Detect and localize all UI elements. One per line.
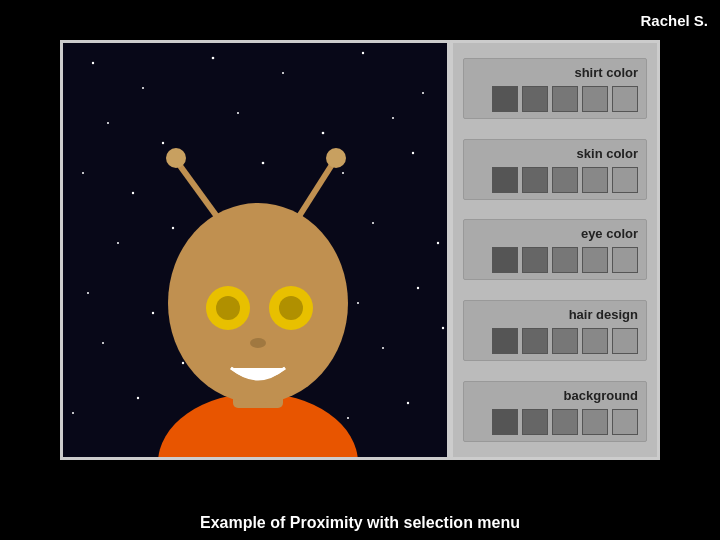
svg-point-16 (342, 172, 344, 174)
caption: Example of Proximity with selection menu (0, 514, 720, 532)
svg-point-41 (407, 402, 409, 404)
swatch-skin-color-1[interactable] (522, 167, 548, 193)
svg-point-25 (152, 312, 154, 314)
swatch-background-2[interactable] (552, 409, 578, 435)
swatch-background-1[interactable] (522, 409, 548, 435)
svg-point-9 (237, 112, 239, 114)
svg-point-53 (250, 338, 266, 348)
svg-point-35 (442, 327, 444, 329)
svg-point-37 (137, 397, 139, 399)
svg-point-17 (412, 152, 414, 154)
swatch-background-3[interactable] (582, 409, 608, 435)
swatch-shirt-color-4[interactable] (612, 86, 638, 112)
swatch-row-shirt-color (472, 86, 638, 112)
swatch-eye-color-0[interactable] (492, 247, 518, 273)
swatch-shirt-color-1[interactable] (522, 86, 548, 112)
svg-point-29 (417, 287, 419, 289)
swatch-row-eye-color (472, 247, 638, 273)
menu-section-label-hair-design: hair design (472, 307, 638, 322)
menu-section-shirt-color: shirt color (463, 58, 647, 119)
menu-section-label-eye-color: eye color (472, 226, 638, 241)
svg-point-28 (357, 302, 359, 304)
menu-section-label-shirt-color: shirt color (472, 65, 638, 80)
swatch-hair-design-4[interactable] (612, 328, 638, 354)
swatch-skin-color-2[interactable] (552, 167, 578, 193)
svg-point-50 (216, 296, 240, 320)
menu-section-skin-color: skin color (463, 139, 647, 200)
swatch-eye-color-1[interactable] (522, 247, 548, 273)
swatch-skin-color-0[interactable] (492, 167, 518, 193)
swatch-background-0[interactable] (492, 409, 518, 435)
swatch-shirt-color-2[interactable] (552, 86, 578, 112)
menu-section-label-skin-color: skin color (472, 146, 638, 161)
swatch-hair-design-3[interactable] (582, 328, 608, 354)
swatch-hair-design-1[interactable] (522, 328, 548, 354)
swatch-row-skin-color (472, 167, 638, 193)
svg-point-36 (72, 412, 74, 414)
svg-point-19 (172, 227, 174, 229)
menu-section-label-background: background (472, 388, 638, 403)
svg-point-34 (382, 347, 384, 349)
svg-point-48 (326, 148, 346, 168)
swatch-shirt-color-3[interactable] (582, 86, 608, 112)
svg-point-7 (107, 122, 109, 124)
svg-point-11 (392, 117, 394, 119)
svg-point-18 (117, 242, 119, 244)
swatch-skin-color-3[interactable] (582, 167, 608, 193)
swatch-background-4[interactable] (612, 409, 638, 435)
swatch-shirt-color-0[interactable] (492, 86, 518, 112)
svg-point-23 (437, 242, 439, 244)
swatch-hair-design-0[interactable] (492, 328, 518, 354)
svg-point-31 (182, 362, 184, 364)
swatch-row-background (472, 409, 638, 435)
svg-point-4 (282, 72, 284, 74)
svg-point-24 (87, 292, 89, 294)
svg-point-10 (322, 132, 325, 135)
swatch-row-hair-design (472, 328, 638, 354)
swatch-eye-color-3[interactable] (582, 247, 608, 273)
swatch-eye-color-2[interactable] (552, 247, 578, 273)
svg-point-13 (132, 192, 134, 194)
svg-point-22 (372, 222, 374, 224)
swatch-eye-color-4[interactable] (612, 247, 638, 273)
menu-panel: shirt colorskin coloreye colorhair desig… (450, 40, 660, 460)
author-label: Rachel S. (640, 12, 708, 29)
svg-point-46 (166, 148, 186, 168)
svg-point-8 (162, 142, 164, 144)
svg-point-1 (92, 62, 94, 64)
svg-point-3 (212, 57, 215, 60)
menu-section-hair-design: hair design (463, 300, 647, 361)
main-area: shirt colorskin coloreye colorhair desig… (60, 40, 660, 460)
menu-section-eye-color: eye color (463, 219, 647, 280)
swatch-skin-color-4[interactable] (612, 167, 638, 193)
svg-point-52 (279, 296, 303, 320)
svg-point-5 (362, 52, 364, 54)
svg-point-40 (347, 417, 349, 419)
svg-point-15 (262, 162, 265, 165)
scene-panel (60, 40, 450, 460)
svg-point-2 (142, 87, 144, 89)
swatch-hair-design-2[interactable] (552, 328, 578, 354)
svg-point-6 (422, 92, 424, 94)
svg-point-12 (82, 172, 84, 174)
menu-section-background: background (463, 381, 647, 442)
alien-svg (63, 43, 450, 460)
svg-point-30 (102, 342, 104, 344)
